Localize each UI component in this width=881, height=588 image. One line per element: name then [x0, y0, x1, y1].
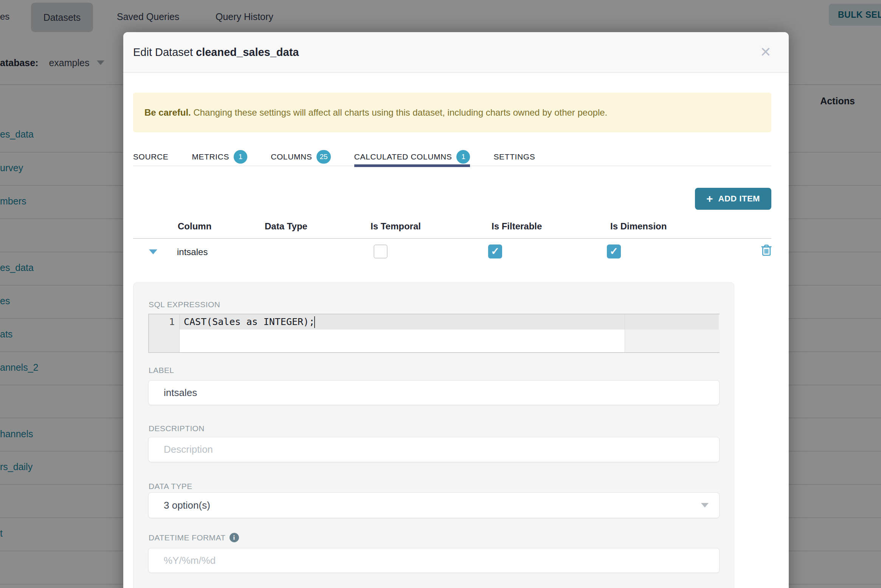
modal-tab-bar: SOURCEMETRICS1COLUMNS25CALCULATED COLUMN…: [133, 141, 771, 166]
label-field-label: LABEL: [149, 366, 174, 375]
column-detail-panel: SQL EXPRESSION 1 CAST(Sales as INTEGER);…: [133, 282, 734, 588]
warning-text: Be careful. Changing these settings will…: [144, 107, 607, 118]
warning-bold: Be careful.: [144, 107, 191, 118]
label-input-value: intsales: [164, 387, 197, 399]
column-header-is-dimension: Is Dimension: [610, 221, 667, 232]
info-icon[interactable]: i: [230, 533, 239, 542]
tab-label: SOURCE: [133, 152, 168, 161]
editor-print-margin: [625, 314, 625, 352]
modal-title-dataset-name: cleaned_sales_data: [196, 46, 299, 58]
select-caret-icon: [701, 503, 709, 508]
add-item-button[interactable]: + ADD ITEM: [695, 188, 771, 210]
tab-settings[interactable]: SETTINGS: [493, 141, 535, 166]
datetime-format-placeholder: %Y/%m/%d: [164, 555, 216, 566]
data-type-field-label: DATA TYPE: [149, 482, 192, 491]
sql-code: CAST(Sales as INTEGER);: [184, 316, 315, 327]
datetime-format-field-label: DATETIME FORMAT i: [149, 533, 239, 542]
warning-body: Changing these settings will affect all …: [191, 107, 608, 118]
is-temporal-checkbox[interactable]: ✓: [374, 244, 388, 258]
tab-label: SETTINGS: [493, 152, 535, 161]
description-placeholder: Description: [164, 444, 213, 455]
edit-dataset-modal: Edit Dataset cleaned_sales_data ✕ Be car…: [123, 32, 789, 588]
data-type-select[interactable]: 3 option(s): [148, 492, 720, 518]
tab-count-badge: 1: [234, 150, 247, 164]
delete-row-trash-icon[interactable]: [761, 244, 772, 258]
tab-columns[interactable]: COLUMNS25: [271, 141, 330, 166]
add-item-label: ADD ITEM: [718, 194, 760, 204]
plus-icon: +: [706, 193, 713, 204]
tab-count-badge: 25: [316, 150, 330, 164]
tab-label: CALCULATED COLUMNS: [354, 152, 452, 161]
tab-label: METRICS: [192, 152, 229, 161]
data-type-value: 3 option(s): [164, 500, 210, 511]
tab-count-badge: 1: [456, 150, 470, 164]
tab-source[interactable]: SOURCE: [133, 141, 168, 166]
warning-banner: Be careful. Changing these settings will…: [133, 93, 771, 132]
description-field-label: DESCRIPTION: [149, 424, 205, 433]
expand-row-caret-icon[interactable]: [149, 249, 157, 254]
tab-label: COLUMNS: [271, 152, 312, 161]
tab-metrics[interactable]: METRICS1: [192, 141, 247, 166]
datetime-format-input[interactable]: %Y/%m/%d: [148, 548, 720, 573]
editor-cursor: [314, 316, 315, 328]
modal-title: Edit Dataset cleaned_sales_data: [133, 46, 299, 59]
modal-title-prefix: Edit Dataset: [133, 46, 196, 58]
editor-line-number: 1: [149, 314, 179, 327]
table-header-divider: [133, 238, 771, 239]
is-dimension-checkbox[interactable]: ✓: [607, 244, 621, 258]
column-header-data-type: Data Type: [265, 221, 307, 232]
description-input[interactable]: Description: [148, 437, 720, 462]
sql-expression-label: SQL EXPRESSION: [149, 300, 220, 309]
column-header-column: Column: [178, 221, 211, 232]
sql-expression-editor[interactable]: 1 CAST(Sales as INTEGER);: [148, 314, 720, 353]
is-filterable-checkbox[interactable]: ✓: [488, 244, 502, 258]
datetime-format-label-text: DATETIME FORMAT: [149, 533, 226, 542]
column-name: intsales: [177, 247, 208, 257]
tab-calculated-columns[interactable]: CALCULATED COLUMNS1: [354, 141, 470, 166]
close-icon[interactable]: ✕: [760, 45, 771, 59]
editor-gutter: 1: [149, 314, 180, 352]
modal-header: Edit Dataset cleaned_sales_data ✕: [123, 32, 789, 73]
label-input[interactable]: intsales: [148, 380, 720, 405]
column-header-is-temporal: Is Temporal: [371, 221, 421, 232]
column-header-is-filterable: Is Filterable: [492, 221, 542, 232]
